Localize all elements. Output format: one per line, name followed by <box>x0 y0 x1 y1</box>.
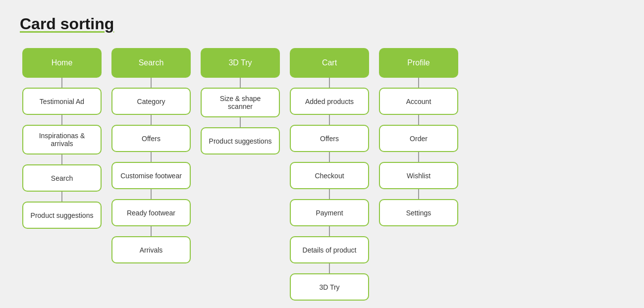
item-card-account[interactable]: Account <box>379 88 458 115</box>
item-card-arrivals[interactable]: Arrivals <box>111 236 191 263</box>
connector-line <box>329 152 330 162</box>
page-title: Card sorting <box>20 15 624 33</box>
connector-line <box>240 78 241 88</box>
connector-line <box>61 154 62 164</box>
item-card-search[interactable]: Search <box>22 164 102 192</box>
card-sorting-board: HomeTestimonial AdInspirationas & arriva… <box>20 48 624 301</box>
item-card-payment[interactable]: Payment <box>290 199 369 226</box>
item-card-ready-footwear[interactable]: Ready footwear <box>111 199 191 226</box>
connector-line <box>240 117 241 127</box>
item-card-size-shape-scanner[interactable]: Size & shape scanner <box>201 88 280 117</box>
item-card-product-suggestions[interactable]: Product suggestions <box>201 127 280 154</box>
connector-line <box>418 152 419 162</box>
item-card-details-of-product[interactable]: Details of product <box>290 236 369 263</box>
column-profile: ProfileAccountOrderWishlistSettings <box>376 48 461 226</box>
connector-line <box>151 226 152 236</box>
header-card-search[interactable]: Search <box>111 48 191 78</box>
connector-line <box>418 115 419 125</box>
connector-line <box>61 115 62 125</box>
connector-line <box>329 263 330 273</box>
connector-line <box>329 189 330 199</box>
connector-line <box>329 115 330 125</box>
connector-line <box>418 78 419 88</box>
item-card-category[interactable]: Category <box>111 88 191 115</box>
connector-line <box>329 226 330 236</box>
item-card-testimonial-ad[interactable]: Testimonial Ad <box>22 88 102 115</box>
column-3d-try: 3D TrySize & shape scannerProduct sugges… <box>198 48 282 154</box>
item-card-checkout[interactable]: Checkout <box>290 162 369 189</box>
column-home: HomeTestimonial AdInspirationas & arriva… <box>20 48 104 229</box>
connector-line <box>151 115 152 125</box>
item-card-order[interactable]: Order <box>379 125 458 152</box>
column-search: SearchCategoryOffersCustomise footwearRe… <box>109 48 193 263</box>
connector-line <box>418 189 419 199</box>
item-card-offers[interactable]: Offers <box>111 125 191 152</box>
item-card-wishlist[interactable]: Wishlist <box>379 162 458 189</box>
item-card-added-products[interactable]: Added products <box>290 88 369 115</box>
connector-line <box>329 78 330 88</box>
item-card-3d-try[interactable]: 3D Try <box>290 273 369 301</box>
connector-line <box>61 192 62 202</box>
item-card-product-suggestions[interactable]: Product suggestions <box>22 202 102 229</box>
item-card-settings[interactable]: Settings <box>379 199 458 226</box>
item-card-offers[interactable]: Offers <box>290 125 369 152</box>
connector-line <box>61 78 62 88</box>
item-card-inspirationas-arrivals[interactable]: Inspirationas & arrivals <box>22 125 102 154</box>
header-card-profile[interactable]: Profile <box>379 48 458 78</box>
header-card-home[interactable]: Home <box>22 48 102 78</box>
column-cart: CartAdded productsOffersCheckoutPaymentD… <box>287 48 372 301</box>
connector-line <box>151 78 152 88</box>
header-card-3d-try[interactable]: 3D Try <box>201 48 280 78</box>
connector-line <box>151 189 152 199</box>
connector-line <box>151 152 152 162</box>
item-card-customise-footwear[interactable]: Customise footwear <box>111 162 191 189</box>
header-card-cart[interactable]: Cart <box>290 48 369 78</box>
